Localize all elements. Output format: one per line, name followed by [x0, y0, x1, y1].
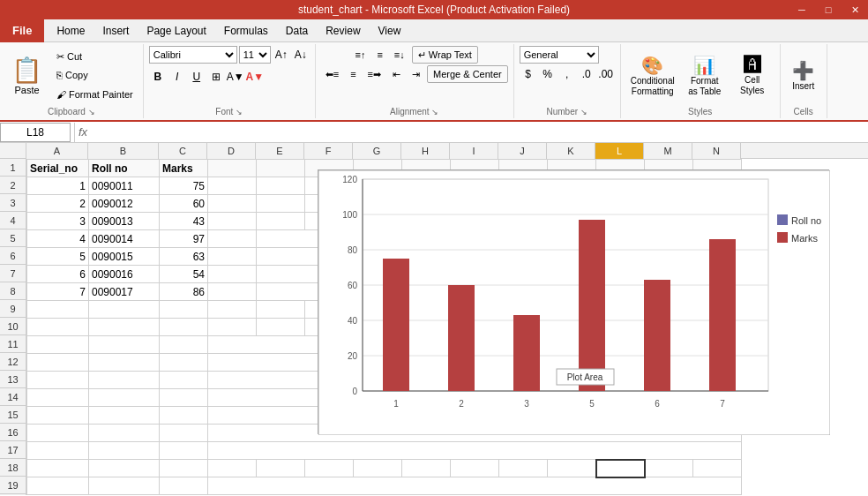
menu-formulas[interactable]: Formulas [215, 19, 277, 42]
col-header-D[interactable]: D [207, 143, 256, 159]
borders-button[interactable]: ⊞ [207, 68, 225, 86]
decrease-font-btn[interactable]: A↓ [292, 46, 310, 64]
row-header-2[interactable]: 2 [0, 177, 26, 194]
cell-A6[interactable]: 5 [27, 248, 89, 266]
col-header-F[interactable]: F [304, 143, 353, 159]
cell-G18[interactable] [354, 460, 402, 477]
cell-B17[interactable] [89, 442, 160, 460]
cell-E3[interactable] [257, 195, 305, 213]
cell-I18[interactable] [451, 460, 499, 477]
cell-B1[interactable]: Roll no [89, 160, 160, 177]
cell-A15[interactable] [27, 407, 89, 425]
cell-D18[interactable] [208, 460, 257, 477]
cell-C8[interactable]: 86 [160, 283, 208, 301]
cell-B13[interactable] [89, 372, 160, 389]
col-header-C[interactable]: C [159, 143, 207, 159]
cell-F18[interactable] [305, 460, 354, 477]
row-header-17[interactable]: 17 [0, 441, 26, 459]
cell-C11[interactable] [160, 336, 208, 354]
row-header-12[interactable]: 12 [0, 353, 26, 371]
cell-C10[interactable] [160, 319, 208, 336]
wrap-text-button[interactable]: ↵ Wrap Text [412, 46, 478, 64]
cell-A14[interactable] [27, 389, 89, 407]
row-header-11[interactable]: 11 [0, 335, 26, 353]
cell-M18[interactable] [645, 460, 693, 477]
cell-L18-active[interactable] [596, 460, 645, 477]
menu-home[interactable]: Home [48, 19, 94, 42]
row-header-13[interactable]: 13 [0, 371, 26, 388]
cell-B2[interactable]: 0090011 [89, 177, 160, 195]
cell-E9[interactable] [257, 301, 305, 319]
cell-A5[interactable]: 4 [27, 230, 89, 248]
col-header-H[interactable]: H [401, 143, 450, 159]
cell-N18[interactable] [693, 460, 742, 477]
cell-B5[interactable]: 0090014 [89, 230, 160, 248]
cell-B3[interactable]: 0090012 [89, 195, 160, 213]
cell-E10[interactable] [257, 319, 305, 336]
cell-B11[interactable] [89, 336, 160, 354]
name-box[interactable] [0, 123, 71, 142]
cell-D5[interactable] [208, 230, 257, 248]
cell-A2[interactable]: 1 [27, 177, 89, 195]
cell-B10[interactable] [89, 319, 160, 336]
col-header-J[interactable]: J [498, 143, 547, 159]
cell-E18[interactable] [257, 460, 305, 477]
cell-D2[interactable] [208, 177, 257, 195]
row-header-7[interactable]: 7 [0, 265, 26, 282]
col-header-A[interactable]: A [26, 143, 88, 159]
font-size-select[interactable]: 11 [239, 46, 271, 64]
cell-C12[interactable] [160, 354, 208, 372]
cell-C19[interactable] [160, 477, 208, 495]
align-left-btn[interactable]: ⬅≡ [321, 65, 343, 83]
cell-A19[interactable] [27, 477, 89, 495]
maximize-btn[interactable]: □ [815, 0, 842, 19]
cell-A1[interactable]: Serial_no [27, 160, 89, 177]
cell-K18[interactable] [548, 460, 596, 477]
fill-color-button[interactable]: A▼ [227, 68, 244, 86]
menu-page-layout[interactable]: Page Layout [138, 19, 214, 42]
col-header-L[interactable]: L [595, 143, 644, 159]
cell-A3[interactable]: 2 [27, 195, 89, 213]
row-header-9[interactable]: 9 [0, 300, 26, 318]
row-header-8[interactable]: 8 [0, 282, 26, 300]
comma-btn[interactable]: , [558, 65, 576, 83]
indent-decrease-btn[interactable]: ⇤ [388, 65, 405, 83]
cell-A4[interactable]: 3 [27, 213, 89, 230]
font-color-button[interactable]: A▼ [246, 68, 264, 86]
cell-B7[interactable]: 0090016 [89, 266, 160, 283]
cell-J18[interactable] [499, 460, 548, 477]
row-header-15[interactable]: 15 [0, 406, 26, 424]
cell-B14[interactable] [89, 389, 160, 407]
paste-button[interactable]: 📋 Paste [5, 48, 49, 104]
format-as-table-button[interactable]: 📊 Formatas Table [683, 48, 727, 104]
col-header-E[interactable]: E [256, 143, 304, 159]
menu-review[interactable]: Review [317, 19, 369, 42]
minimize-btn[interactable]: ─ [789, 0, 815, 19]
copy-button[interactable]: ⎘ Copy [52, 66, 138, 84]
cell-C9[interactable] [160, 301, 208, 319]
cell-B12[interactable] [89, 354, 160, 372]
cell-C1[interactable]: Marks [160, 160, 208, 177]
cell-D3[interactable] [208, 195, 257, 213]
formula-input[interactable] [93, 123, 868, 142]
menu-data[interactable]: Data [277, 19, 317, 42]
row-header-16[interactable]: 16 [0, 424, 26, 441]
percent-btn[interactable]: % [539, 65, 557, 83]
row-header-4[interactable]: 4 [0, 212, 26, 229]
col-header-G[interactable]: G [353, 143, 401, 159]
menu-insert[interactable]: Insert [94, 19, 138, 42]
align-center-btn[interactable]: ≡ [346, 65, 360, 83]
cell-C3[interactable]: 60 [160, 195, 208, 213]
indent-increase-btn[interactable]: ⇥ [408, 65, 424, 83]
cell-A7[interactable]: 6 [27, 266, 89, 283]
bold-button[interactable]: B [149, 68, 167, 86]
cell-D8[interactable] [208, 283, 257, 301]
col-header-K[interactable]: K [547, 143, 595, 159]
cell-D9[interactable] [208, 301, 257, 319]
cell-C16[interactable] [160, 425, 208, 442]
insert-button[interactable]: ➕ Insert [786, 48, 821, 104]
cell-D4[interactable] [208, 213, 257, 230]
cell-A9[interactable] [27, 301, 89, 319]
cell-B9[interactable] [89, 301, 160, 319]
cell-D6[interactable] [208, 248, 257, 266]
